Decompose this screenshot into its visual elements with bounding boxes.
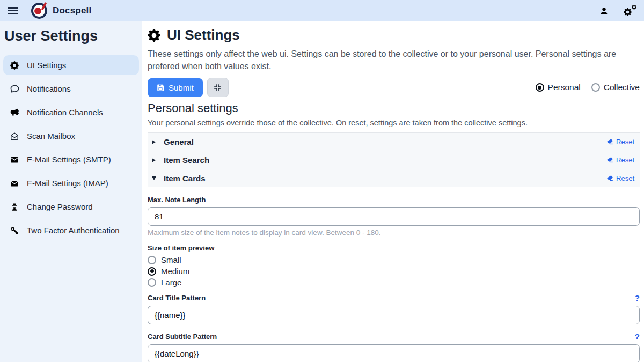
note-length-label: Max. Note Length: [148, 196, 640, 204]
large-radio[interactable]: [148, 278, 156, 287]
compress-icon: [214, 84, 222, 92]
sidebar-item-label: Scan Mailbox: [27, 131, 75, 141]
collapse-all-button[interactable]: [207, 78, 229, 97]
preview-size-option-large[interactable]: Large: [148, 278, 640, 287]
preview-size-field: Size of item preview Small Medium Lar: [148, 244, 640, 287]
reset-item-search-link[interactable]: Reset: [606, 156, 634, 164]
preview-size-label: Size of item preview: [148, 244, 640, 252]
bullhorn-icon: [10, 108, 19, 117]
card-title-label: Card Title Pattern: [148, 294, 206, 302]
sidebar-item-email-smtp[interactable]: E-Mail Settings (SMTP): [3, 150, 139, 169]
sidebar-item-scan-mailbox[interactable]: Scan Mailbox: [3, 126, 139, 146]
sidebar-item-two-factor[interactable]: Two Factor Authentication: [3, 220, 139, 240]
sidebar-item-notifications[interactable]: Notifications: [3, 79, 139, 99]
note-length-help: Maximum size of the item notes to displa…: [148, 228, 640, 237]
envelope-icon: [10, 179, 19, 188]
menu-toggle-icon[interactable]: [8, 7, 18, 14]
save-icon: [157, 84, 164, 91]
sidebar-item-label: E-Mail Settings (IMAP): [27, 179, 108, 188]
gear-icon: [10, 61, 19, 70]
brand[interactable]: Docspell: [31, 3, 91, 19]
scope-selector: Personal Collective: [536, 83, 640, 92]
eraser-icon: [606, 157, 613, 164]
submit-button[interactable]: Submit: [148, 78, 203, 97]
sidebar-item-email-imap[interactable]: E-Mail Settings (IMAP): [3, 173, 139, 193]
small-radio[interactable]: [148, 256, 156, 264]
sidebar-item-label: E-Mail Settings (SMTP): [27, 155, 111, 164]
caret-right-icon: [152, 158, 159, 162]
card-subtitle-input[interactable]: [148, 344, 640, 362]
sidebar-title: User Settings: [4, 28, 139, 45]
sidebar-item-label: Notifications: [27, 84, 71, 93]
gear-icon: [148, 29, 160, 42]
user-secret-icon: [10, 203, 19, 211]
sidebar-item-notification-channels[interactable]: Notification Channels: [3, 102, 139, 122]
section-title: Personal settings: [148, 101, 640, 115]
collective-radio[interactable]: [591, 83, 600, 92]
card-subtitle-help-icon[interactable]: ?: [635, 332, 640, 341]
sidebar-item-label: Change Password: [27, 202, 93, 211]
sidebar-item-ui-settings[interactable]: UI Settings: [3, 55, 139, 75]
reset-item-cards-link[interactable]: Reset: [606, 174, 634, 182]
docspell-logo-icon: [31, 3, 47, 19]
item-cards-form: Max. Note Length Maximum size of the ite…: [148, 187, 640, 362]
accordion-item-search[interactable]: Item Search Reset: [148, 151, 640, 169]
accordion-general[interactable]: General Reset: [148, 132, 640, 151]
sidebar-item-label: Notification Channels: [27, 108, 103, 117]
top-navbar: Docspell: [0, 0, 644, 21]
card-title-input[interactable]: [148, 306, 640, 324]
sidebar-item-label: Two Factor Authentication: [27, 226, 120, 235]
collective-radio-label[interactable]: Collective: [604, 83, 640, 92]
eraser-icon: [606, 175, 613, 182]
eraser-icon: [606, 138, 613, 145]
personal-radio-label[interactable]: Personal: [548, 83, 581, 92]
comment-icon: [10, 84, 19, 93]
envelope-open-icon: [10, 132, 19, 141]
note-length-input[interactable]: [148, 207, 640, 226]
card-title-field: Card Title Pattern ?: [148, 293, 640, 324]
preview-size-option-medium[interactable]: Medium: [148, 267, 640, 276]
section-description: Your personal settings override those of…: [148, 119, 640, 127]
main-content: UI Settings These settings only affect t…: [142, 21, 644, 362]
personal-radio[interactable]: [536, 83, 544, 92]
page-title: UI Settings: [148, 27, 640, 43]
settings-cogs-icon[interactable]: [624, 5, 636, 16]
user-menu-icon[interactable]: [599, 6, 609, 16]
medium-radio[interactable]: [148, 267, 156, 276]
docspell-app: Docspell User Settings UI Settings Notif…: [0, 0, 644, 362]
preview-size-options: Small Medium Large: [148, 255, 640, 287]
brand-name: Docspell: [53, 5, 91, 16]
page-description: These settings only affect the web ui. S…: [148, 48, 640, 72]
navbar-actions: [599, 5, 636, 16]
card-subtitle-field: Card Subtitle Pattern ?: [148, 332, 640, 362]
reset-general-link[interactable]: Reset: [606, 138, 634, 146]
settings-accordion: General Reset Item Search Reset: [148, 132, 640, 187]
accordion-item-cards[interactable]: Item Cards Reset: [148, 169, 640, 187]
envelope-icon: [10, 156, 19, 164]
toolbar: Submit Personal Collective: [148, 78, 640, 97]
sidebar: User Settings UI Settings Notifications …: [0, 21, 142, 362]
sidebar-item-change-password[interactable]: Change Password: [3, 197, 139, 217]
caret-right-icon: [152, 140, 159, 144]
preview-size-option-small[interactable]: Small: [148, 255, 640, 264]
card-subtitle-label: Card Subtitle Pattern: [148, 333, 217, 341]
note-length-field: Max. Note Length Maximum size of the ite…: [148, 196, 640, 237]
caret-down-icon: [152, 176, 159, 180]
sidebar-item-label: UI Settings: [27, 61, 66, 70]
key-icon: [10, 226, 19, 235]
card-title-help-icon[interactable]: ?: [635, 293, 640, 302]
